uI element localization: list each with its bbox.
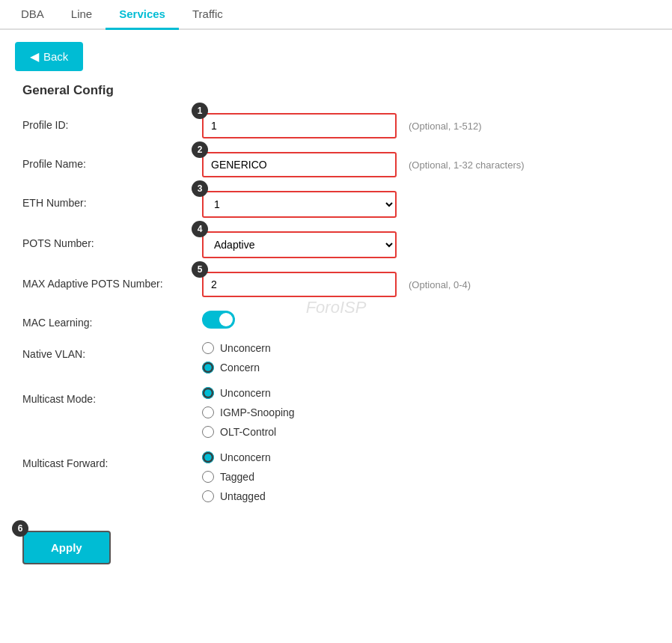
tab-services[interactable]: Services — [106, 0, 179, 30]
eth-number-select[interactable]: 1 2 3 4 — [202, 191, 397, 218]
apply-button-wrap: 6 Apply — [22, 531, 111, 564]
pots-number-label: POTS Number: — [22, 231, 202, 249]
step-badge-6: 6 — [12, 520, 28, 537]
native-vlan-unconcern-label: Unconcern — [220, 342, 271, 354]
native-vlan-options: Unconcern Concern — [202, 342, 271, 374]
native-vlan-unconcern[interactable]: Unconcern — [202, 342, 271, 354]
profile-id-row: Profile ID: 1 (Optional, 1-512) — [22, 113, 650, 138]
pots-number-select[interactable]: Adaptive 0 1 2 3 4 — [202, 231, 397, 258]
multicast-mode-unconcern-radio[interactable] — [202, 387, 214, 399]
multicast-mode-label: Multicast Mode: — [22, 387, 202, 405]
step-badge-2: 2 — [192, 141, 208, 158]
toggle-slider — [202, 311, 235, 329]
profile-name-row: Profile Name: 2 (Optional, 1-32 characte… — [22, 152, 650, 177]
profile-id-label: Profile ID: — [22, 113, 202, 131]
multicast-forward-unconcern[interactable]: Unconcern — [202, 451, 271, 463]
native-vlan-label: Native VLAN: — [22, 342, 202, 360]
max-adaptive-pots-input[interactable] — [202, 272, 397, 297]
multicast-forward-untagged-radio[interactable] — [202, 490, 214, 502]
profile-name-input[interactable] — [202, 152, 397, 177]
step-badge-3: 3 — [192, 180, 208, 197]
back-button[interactable]: ◀ Back — [15, 42, 83, 71]
multicast-mode-unconcern[interactable]: Unconcern — [202, 387, 295, 399]
step-badge-4: 4 — [192, 221, 208, 237]
mac-learning-toggle[interactable] — [202, 311, 235, 329]
profile-id-input[interactable] — [202, 113, 397, 138]
native-vlan-unconcern-radio[interactable] — [202, 342, 214, 354]
multicast-forward-label: Multicast Forward: — [22, 451, 202, 469]
multicast-mode-olt-radio[interactable] — [202, 426, 214, 438]
general-config-form: ForoISP Profile ID: 1 (Optional, 1-512) … — [22, 113, 650, 502]
back-button-label: Back — [43, 50, 68, 63]
multicast-mode-igmp[interactable]: IGMP-Snooping — [202, 406, 295, 418]
multicast-forward-tagged[interactable]: Tagged — [202, 471, 271, 483]
eth-number-label: ETH Number: — [22, 191, 202, 209]
multicast-mode-options: Unconcern IGMP-Snooping OLT-Control — [202, 387, 295, 438]
multicast-mode-olt-label: OLT-Control — [220, 426, 276, 438]
mac-learning-toggle-wrap — [202, 311, 235, 329]
native-vlan-row: Native VLAN: Unconcern Concern — [22, 342, 650, 374]
multicast-forward-tagged-radio[interactable] — [202, 471, 214, 483]
multicast-forward-untagged[interactable]: Untagged — [202, 490, 271, 502]
multicast-forward-row: Multicast Forward: Unconcern Tagged Unta… — [22, 451, 650, 502]
native-vlan-concern-radio[interactable] — [202, 362, 214, 374]
multicast-forward-unconcern-radio[interactable] — [202, 451, 214, 463]
pots-number-row: POTS Number: 4 Adaptive 0 1 2 3 4 — [22, 231, 650, 258]
multicast-mode-igmp-radio[interactable] — [202, 406, 214, 418]
profile-id-hint: (Optional, 1-512) — [409, 121, 482, 132]
multicast-mode-unconcern-label: Unconcern — [220, 387, 271, 399]
tab-line[interactable]: Line — [58, 0, 106, 30]
section-title: General Config — [22, 83, 650, 98]
eth-number-row: ETH Number: 3 1 2 3 4 — [22, 191, 650, 218]
step-badge-1: 1 — [192, 103, 208, 119]
multicast-forward-options: Unconcern Tagged Untagged — [202, 451, 271, 502]
mac-learning-row: MAC Learning: — [22, 311, 650, 329]
multicast-forward-unconcern-label: Unconcern — [220, 451, 271, 463]
tab-traffic[interactable]: Traffic — [179, 0, 236, 30]
multicast-mode-olt-control[interactable]: OLT-Control — [202, 426, 295, 438]
max-adaptive-pots-label: MAX Adaptive POTS Number: — [22, 272, 202, 290]
native-vlan-concern[interactable]: Concern — [202, 362, 271, 374]
max-adaptive-pots-hint: (Optional, 0-4) — [409, 279, 471, 290]
multicast-forward-untagged-label: Untagged — [220, 490, 266, 502]
mac-learning-label: MAC Learning: — [22, 311, 202, 329]
apply-button[interactable]: Apply — [22, 531, 111, 564]
native-vlan-concern-label: Concern — [220, 362, 260, 374]
multicast-forward-tagged-label: Tagged — [220, 471, 254, 483]
multicast-mode-igmp-label: IGMP-Snooping — [220, 406, 295, 418]
profile-name-hint: (Optional, 1-32 characters) — [409, 159, 525, 171]
step-badge-5: 5 — [192, 261, 208, 278]
multicast-mode-row: Multicast Mode: Unconcern IGMP-Snooping … — [22, 387, 650, 438]
max-adaptive-pots-row: MAX Adaptive POTS Number: 5 (Optional, 0… — [22, 272, 650, 297]
profile-name-label: Profile Name: — [22, 152, 202, 170]
tab-dba[interactable]: DBA — [7, 0, 58, 30]
tabs-bar: DBA Line Services Traffic — [0, 0, 672, 30]
back-arrow-icon: ◀ — [30, 49, 39, 64]
